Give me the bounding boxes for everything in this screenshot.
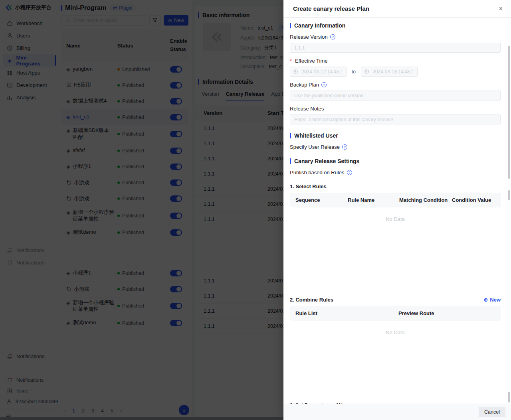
label-text: Release Notes [290, 106, 324, 112]
cancel-button[interactable]: Cancel [479, 407, 505, 417]
title-accent-bar [290, 158, 291, 164]
label-text: Specify User Release [290, 144, 340, 150]
section-title: Canary Release Settings [294, 158, 359, 164]
date-from-field[interactable] [290, 67, 347, 77]
section-canary-release-settings: Canary Release Settings [290, 158, 501, 164]
close-icon[interactable]: × [499, 6, 503, 12]
no-data-placeholder: No Data [290, 207, 501, 289]
select-rules-table: Sequence Rule Name Matching Condition Co… [290, 193, 501, 289]
title-accent-bar [290, 133, 291, 138]
clock-icon [293, 69, 298, 74]
release-notes-input[interactable] [290, 114, 501, 124]
label-text: Release Version [290, 34, 328, 40]
specify-user-release-label: Specify User Release ? [290, 144, 501, 150]
column-preview-route: Preview Route [398, 310, 501, 316]
column-matching-condition: Matching Condition [399, 197, 452, 203]
combine-rules-table: Rule List Preview Route No Data [290, 306, 501, 402]
drawer-scrollbar-thumb[interactable] [508, 190, 510, 200]
release-notes-label: Release Notes [290, 106, 501, 112]
select-rules-header: Sequence Rule Name Matching Condition Co… [290, 193, 501, 207]
backup-plan-label: Backup Plan ? [290, 82, 501, 88]
create-canary-release-drawer: Create canary release Plan × Canary Info… [283, 0, 511, 420]
combine-rules-header-row: 2. Combine Rules ⊕ New [290, 297, 501, 303]
question-circle-icon[interactable]: ? [321, 82, 327, 87]
question-circle-icon[interactable]: ? [347, 170, 352, 175]
combine-rules-header: Rule List Preview Route [290, 306, 501, 321]
drawer-header: Create canary release Plan × [283, 0, 511, 18]
publish-based-on-rules-label: Publish based on Rules ? [290, 170, 501, 175]
title-accent-bar [290, 23, 291, 28]
effective-time-range: to [290, 67, 501, 77]
section-whitelisted-user: Whitelisted User [290, 132, 501, 139]
plus-circle-icon: ⊕ [483, 297, 488, 303]
label-text: Backup Plan [290, 82, 319, 88]
combine-new-label: New [490, 297, 501, 303]
to-label: to [352, 69, 356, 75]
combine-rules-title: 2. Combine Rules [290, 297, 333, 303]
release-version-input[interactable] [290, 43, 501, 53]
backup-plan-input[interactable] [290, 91, 501, 101]
question-circle-icon[interactable]: ? [330, 34, 335, 39]
clock-icon [364, 69, 369, 74]
question-circle-icon[interactable]: ? [342, 144, 347, 150]
effective-time-label: * Effective Time [290, 58, 501, 64]
label-text: Publish based on Rules [290, 170, 345, 175]
drawer-scrollbar-thumb[interactable] [508, 46, 510, 179]
column-condition-value: Condition Value [452, 197, 501, 203]
date-from-input[interactable] [290, 67, 347, 77]
date-to-field[interactable] [361, 67, 418, 77]
release-version-label: Release Version ? [290, 34, 501, 40]
combine-new-button[interactable]: ⊕ New [483, 297, 501, 303]
section-title: Canary Information [294, 22, 345, 29]
column-sequence: Sequence [295, 197, 348, 203]
section-canary-information: Canary Information [290, 22, 501, 29]
drawer-body: Canary Information Release Version ? * E… [283, 18, 511, 404]
label-text: Effective Time [295, 58, 327, 64]
drawer-footer: Cancel [283, 404, 511, 420]
section-title: Whitelisted User [294, 132, 338, 139]
drawer-title: Create canary release Plan [293, 5, 369, 12]
select-rules-title: 1. Select Rules [290, 183, 501, 189]
required-marker: * [290, 58, 292, 64]
no-data-placeholder: No Data [290, 321, 501, 402]
column-rule-list: Rule List [295, 310, 398, 316]
drawer-scrollbar-thumb[interactable] [508, 392, 510, 402]
date-to-input[interactable] [361, 67, 418, 77]
column-rule-name: Rule Name [348, 197, 399, 203]
